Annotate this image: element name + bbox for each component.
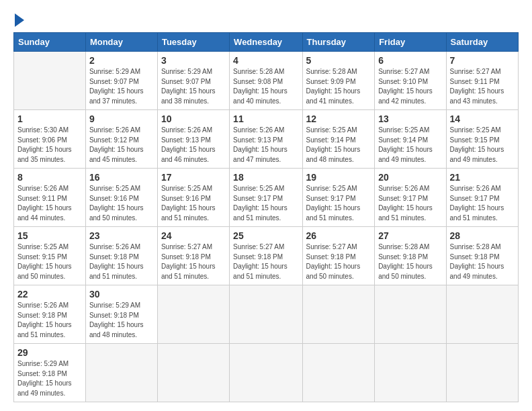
calendar-cell [14,52,86,110]
day-info: Sunrise: 5:28 AM Sunset: 9:18 PM Dayligh… [378,242,442,281]
calendar-cell [230,344,302,402]
col-header-wednesday: Wednesday [230,33,302,52]
calendar-cell [446,285,518,344]
calendar-cell [157,285,229,344]
day-info: Sunrise: 5:27 AM Sunset: 9:18 PM Dayligh… [306,242,371,281]
day-number: 28 [450,230,515,241]
day-info: Sunrise: 5:26 AM Sunset: 9:18 PM Dayligh… [89,242,154,281]
logo [13,13,24,28]
header [13,13,519,28]
calendar-cell: 20Sunrise: 5:26 AM Sunset: 9:17 PM Dayli… [375,169,446,227]
calendar-cell: 27Sunrise: 5:28 AM Sunset: 9:18 PM Dayli… [375,227,446,285]
day-info: Sunrise: 5:27 AM Sunset: 9:11 PM Dayligh… [450,67,515,106]
day-number: 5 [306,55,371,66]
day-info: Sunrise: 5:25 AM Sunset: 9:16 PM Dayligh… [161,184,226,223]
calendar-table: SundayMondayTuesdayWednesdayThursdayFrid… [13,32,519,402]
day-info: Sunrise: 5:29 AM Sunset: 9:07 PM Dayligh… [161,67,226,106]
day-number: 7 [450,55,515,66]
calendar-cell: 4Sunrise: 5:28 AM Sunset: 9:08 PM Daylig… [230,52,302,110]
calendar-cell: 11Sunrise: 5:26 AM Sunset: 9:13 PM Dayli… [230,110,302,169]
day-info: Sunrise: 5:26 AM Sunset: 9:13 PM Dayligh… [161,126,226,165]
day-info: Sunrise: 5:25 AM Sunset: 9:17 PM Dayligh… [233,184,298,223]
day-info: Sunrise: 5:26 AM Sunset: 9:13 PM Dayligh… [233,126,298,165]
day-info: Sunrise: 5:25 AM Sunset: 9:15 PM Dayligh… [17,242,82,281]
day-info: Sunrise: 5:30 AM Sunset: 9:06 PM Dayligh… [17,126,82,165]
day-number: 22 [17,289,82,300]
day-number: 18 [233,172,298,183]
day-number: 26 [306,230,371,241]
calendar-cell [302,344,375,402]
calendar-week-row: 15Sunrise: 5:25 AM Sunset: 9:15 PM Dayli… [14,227,519,285]
day-info: Sunrise: 5:26 AM Sunset: 9:17 PM Dayligh… [450,184,515,223]
day-info: Sunrise: 5:26 AM Sunset: 9:18 PM Dayligh… [17,301,82,340]
day-number: 3 [161,55,226,66]
page: SundayMondayTuesdayWednesdayThursdayFrid… [0,0,532,409]
day-info: Sunrise: 5:27 AM Sunset: 9:18 PM Dayligh… [161,242,226,281]
calendar-cell: 7Sunrise: 5:27 AM Sunset: 9:11 PM Daylig… [446,52,518,110]
day-number: 19 [306,172,371,183]
day-number: 16 [89,172,154,183]
calendar-cell: 30Sunrise: 5:29 AM Sunset: 9:18 PM Dayli… [85,285,157,344]
col-header-monday: Monday [85,33,157,52]
calendar-cell: 13Sunrise: 5:25 AM Sunset: 9:14 PM Dayli… [375,110,446,169]
calendar-header-row: SundayMondayTuesdayWednesdayThursdayFrid… [14,33,519,52]
day-info: Sunrise: 5:26 AM Sunset: 9:17 PM Dayligh… [378,184,442,223]
day-number: 29 [17,347,82,358]
day-info: Sunrise: 5:26 AM Sunset: 9:12 PM Dayligh… [89,126,154,165]
calendar-cell [375,285,446,344]
day-info: Sunrise: 5:28 AM Sunset: 9:18 PM Dayligh… [450,242,515,281]
col-header-sunday: Sunday [14,33,86,52]
day-info: Sunrise: 5:25 AM Sunset: 9:15 PM Dayligh… [450,126,515,165]
day-number: 6 [378,55,442,66]
calendar-cell [302,285,375,344]
col-header-saturday: Saturday [446,33,518,52]
day-info: Sunrise: 5:27 AM Sunset: 9:18 PM Dayligh… [233,242,298,281]
calendar-cell: 25Sunrise: 5:27 AM Sunset: 9:18 PM Dayli… [230,227,302,285]
day-info: Sunrise: 5:29 AM Sunset: 9:07 PM Dayligh… [89,67,154,106]
calendar-cell: 9Sunrise: 5:26 AM Sunset: 9:12 PM Daylig… [85,110,157,169]
day-number: 11 [233,113,298,124]
calendar-cell: 2Sunrise: 5:29 AM Sunset: 9:07 PM Daylig… [85,52,157,110]
day-info: Sunrise: 5:26 AM Sunset: 9:11 PM Dayligh… [17,184,82,223]
day-number: 10 [161,113,226,124]
calendar-cell: 21Sunrise: 5:26 AM Sunset: 9:17 PM Dayli… [446,169,518,227]
day-info: Sunrise: 5:29 AM Sunset: 9:18 PM Dayligh… [89,301,154,340]
calendar-cell: 1Sunrise: 5:30 AM Sunset: 9:06 PM Daylig… [14,110,86,169]
day-info: Sunrise: 5:28 AM Sunset: 9:09 PM Dayligh… [306,67,371,106]
calendar-cell: 22Sunrise: 5:26 AM Sunset: 9:18 PM Dayli… [14,285,86,344]
day-info: Sunrise: 5:25 AM Sunset: 9:14 PM Dayligh… [378,126,442,165]
calendar-cell: 19Sunrise: 5:25 AM Sunset: 9:17 PM Dayli… [302,169,375,227]
day-number: 21 [450,172,515,183]
calendar-week-row: 8Sunrise: 5:26 AM Sunset: 9:11 PM Daylig… [14,169,519,227]
calendar-cell [230,285,302,344]
calendar-cell: 6Sunrise: 5:27 AM Sunset: 9:10 PM Daylig… [375,52,446,110]
day-info: Sunrise: 5:25 AM Sunset: 9:16 PM Dayligh… [89,184,154,223]
calendar-cell: 28Sunrise: 5:28 AM Sunset: 9:18 PM Dayli… [446,227,518,285]
calendar-cell: 12Sunrise: 5:25 AM Sunset: 9:14 PM Dayli… [302,110,375,169]
day-number: 25 [233,230,298,241]
col-header-tuesday: Tuesday [157,33,229,52]
calendar-cell: 3Sunrise: 5:29 AM Sunset: 9:07 PM Daylig… [157,52,229,110]
calendar-cell [85,344,157,402]
calendar-cell: 26Sunrise: 5:27 AM Sunset: 9:18 PM Dayli… [302,227,375,285]
day-info: Sunrise: 5:28 AM Sunset: 9:08 PM Dayligh… [233,67,298,106]
calendar-cell: 17Sunrise: 5:25 AM Sunset: 9:16 PM Dayli… [157,169,229,227]
calendar-cell: 5Sunrise: 5:28 AM Sunset: 9:09 PM Daylig… [302,52,375,110]
col-header-thursday: Thursday [302,33,375,52]
calendar-cell: 18Sunrise: 5:25 AM Sunset: 9:17 PM Dayli… [230,169,302,227]
calendar-cell: 24Sunrise: 5:27 AM Sunset: 9:18 PM Dayli… [157,227,229,285]
calendar-cell [446,344,518,402]
col-header-friday: Friday [375,33,446,52]
day-number: 17 [161,172,226,183]
calendar-week-row: 2Sunrise: 5:29 AM Sunset: 9:07 PM Daylig… [14,52,519,110]
day-info: Sunrise: 5:25 AM Sunset: 9:14 PM Dayligh… [306,126,371,165]
day-number: 8 [17,172,82,183]
calendar-cell [157,344,229,402]
day-number: 2 [89,55,154,66]
day-info: Sunrise: 5:27 AM Sunset: 9:10 PM Dayligh… [378,67,442,106]
day-info: Sunrise: 5:29 AM Sunset: 9:18 PM Dayligh… [17,359,82,398]
day-number: 13 [378,113,442,124]
calendar-cell: 14Sunrise: 5:25 AM Sunset: 9:15 PM Dayli… [446,110,518,169]
day-number: 27 [378,230,442,241]
calendar-cell: 29Sunrise: 5:29 AM Sunset: 9:18 PM Dayli… [14,344,86,402]
